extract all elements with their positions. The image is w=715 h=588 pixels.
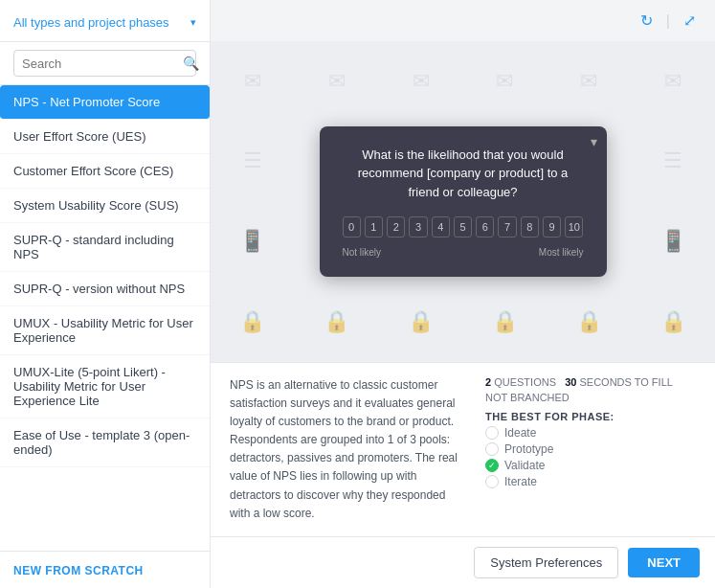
info-meta-questions: 2 QUESTIONS 30 SECONDS TO FILL <box>485 376 696 388</box>
collapse-icon: ▾ <box>591 134 597 149</box>
bg-icon-19: 🔒 <box>211 282 295 362</box>
sidebar-header: All types and project phases ▾ <box>0 0 210 42</box>
new-from-scratch-label[interactable]: NEW FROM SCRATCH <box>13 564 144 577</box>
phase-circle-icon <box>485 426 499 440</box>
bg-icon-23: 🔒 <box>547 282 631 362</box>
info-description: NPS is an alternative to classic custome… <box>230 376 466 524</box>
refresh-icon: ↻ <box>640 12 653 29</box>
bg-icon-21: 🔒 <box>379 282 463 362</box>
bg-icon-6: ✉ <box>631 41 715 122</box>
survey-question: What is the likelihood that you would re… <box>343 146 584 202</box>
questions-label: QUESTIONS <box>494 376 556 388</box>
nps-num-8[interactable]: 8 <box>521 216 539 237</box>
search-container: 🔍 <box>0 42 210 85</box>
nps-num-1[interactable]: 1 <box>365 216 383 237</box>
nps-num-9[interactable]: 9 <box>543 216 561 237</box>
info-left: NPS is an alternative to classic custome… <box>230 376 485 524</box>
sidebar-item-ues[interactable]: User Effort Score (UES) <box>0 120 210 154</box>
sidebar-item-ces[interactable]: Customer Effort Score (CES) <box>0 154 210 189</box>
sidebar-item-ease-of-use[interactable]: Ease of Use - template 3 (open-ended) <box>0 418 210 467</box>
search-input-wrap: 🔍 <box>13 50 196 77</box>
sidebar-item-suprq-nps[interactable]: SUPR-Q - standard including NPS <box>0 223 210 272</box>
external-link-icon: ⤢ <box>683 12 696 29</box>
preview-area: ✉ ✉ ✉ ✉ ✉ ✉ ☰ ☰ ☰ ☰ ☰ ☰ 📱 📱 📱 📱 📱 📱 🔒 🔒 <box>211 41 715 362</box>
chevron-down-icon: ▾ <box>190 16 196 29</box>
filter-dropdown[interactable]: All types and project phases ▾ <box>13 11 196 34</box>
bg-icon-22: 🔒 <box>463 282 547 362</box>
nps-num-4[interactable]: 4 <box>432 216 450 237</box>
bg-icon-4: ✉ <box>463 41 547 122</box>
sidebar-item-suprq-no-nps[interactable]: SUPR-Q - version without NPS <box>0 272 210 306</box>
sidebar-item-nps[interactable]: NPS - Net Promoter Score <box>0 85 210 120</box>
sidebar: All types and project phases ▾ 🔍 NPS - N… <box>0 0 211 588</box>
nps-num-5[interactable]: 5 <box>454 216 472 237</box>
sidebar-item-sus[interactable]: System Usability Score (SUS) <box>0 189 210 223</box>
nps-num-2[interactable]: 2 <box>387 216 405 237</box>
phase-item-ideate: Ideate <box>485 426 696 440</box>
header-divider: | <box>666 12 670 30</box>
nps-num-10[interactable]: 10 <box>565 216 583 237</box>
sidebar-footer: NEW FROM SCRATCH <box>0 551 210 588</box>
bg-icon-20: 🔒 <box>295 282 379 362</box>
bg-icon-24: 🔒 <box>631 282 715 362</box>
bg-icon-12: ☰ <box>631 122 715 202</box>
seconds-count: 30 <box>565 376 576 388</box>
sidebar-item-umux-lite[interactable]: UMUX-Lite (5-point Likert) - Usability M… <box>0 355 210 418</box>
bg-icon-13: 📱 <box>211 201 295 282</box>
search-input[interactable] <box>22 57 183 71</box>
filter-label: All types and project phases <box>13 15 169 30</box>
nps-scale: 012345678910 <box>343 216 584 237</box>
phase-label: Prototype <box>504 442 553 456</box>
sidebar-list: NPS - Net Promoter ScoreUser Effort Scor… <box>0 85 210 551</box>
branched-label: NOT BRANCHED <box>485 392 570 403</box>
nps-num-3[interactable]: 3 <box>409 216 427 237</box>
phase-circle-icon <box>485 475 499 488</box>
phase-item-iterate: Iterate <box>485 475 696 488</box>
bg-icon-1: ✉ <box>211 41 295 122</box>
search-icon: 🔍 <box>183 56 199 71</box>
bg-icon-5: ✉ <box>547 41 631 122</box>
info-right: 2 QUESTIONS 30 SECONDS TO FILL NOT BRANC… <box>485 376 696 524</box>
info-area: NPS is an alternative to classic custome… <box>211 362 715 537</box>
seconds-label: SECONDS TO FILL <box>579 376 672 388</box>
scale-label-left: Not likely <box>343 247 382 258</box>
nps-num-7[interactable]: 7 <box>498 216 516 237</box>
bg-icon-18: 📱 <box>631 201 715 282</box>
questions-count: 2 <box>485 376 491 388</box>
bg-icon-7: ☰ <box>211 122 295 202</box>
external-link-button[interactable]: ⤢ <box>680 10 700 32</box>
nps-num-0[interactable]: 0 <box>343 216 361 237</box>
phase-label: Validate <box>504 459 545 472</box>
phase-label: Ideate <box>504 426 536 440</box>
nps-num-6[interactable]: 6 <box>476 216 494 237</box>
scale-labels: Not likely Most likely <box>343 247 584 258</box>
info-meta-branched: NOT BRANCHED <box>485 392 696 403</box>
content-header: ↻ | ⤢ <box>211 0 715 41</box>
survey-card: ▾ What is the likelihood that you would … <box>320 126 607 278</box>
phase-item-prototype: Prototype <box>485 442 696 456</box>
phase-label: Iterate <box>504 475 537 488</box>
system-preferences-button[interactable]: System Preferences <box>474 547 618 578</box>
bottom-bar: System Preferences NEXT <box>211 536 715 588</box>
next-button[interactable]: NEXT <box>628 548 700 577</box>
content-area: ↻ | ⤢ ✉ ✉ ✉ ✉ ✉ ✉ ☰ ☰ ☰ ☰ ☰ ☰ 📱 <box>211 0 715 588</box>
phases-container: IdeatePrototype✓ValidateIterate <box>485 426 696 488</box>
sidebar-item-umux[interactable]: UMUX - Usability Metric for User Experie… <box>0 306 210 355</box>
best-for-title: THE BEST FOR PHASE: <box>485 411 696 422</box>
refresh-button[interactable]: ↻ <box>637 10 657 32</box>
main-container: All types and project phases ▾ 🔍 NPS - N… <box>0 0 715 588</box>
scale-label-right: Most likely <box>539 247 584 258</box>
phase-check-icon: ✓ <box>485 459 499 472</box>
bg-icon-3: ✉ <box>379 41 463 122</box>
bg-icon-2: ✉ <box>295 41 379 122</box>
card-collapse-button[interactable]: ▾ <box>591 134 597 149</box>
phase-circle-icon <box>485 442 499 456</box>
phase-item-validate: ✓Validate <box>485 459 696 472</box>
